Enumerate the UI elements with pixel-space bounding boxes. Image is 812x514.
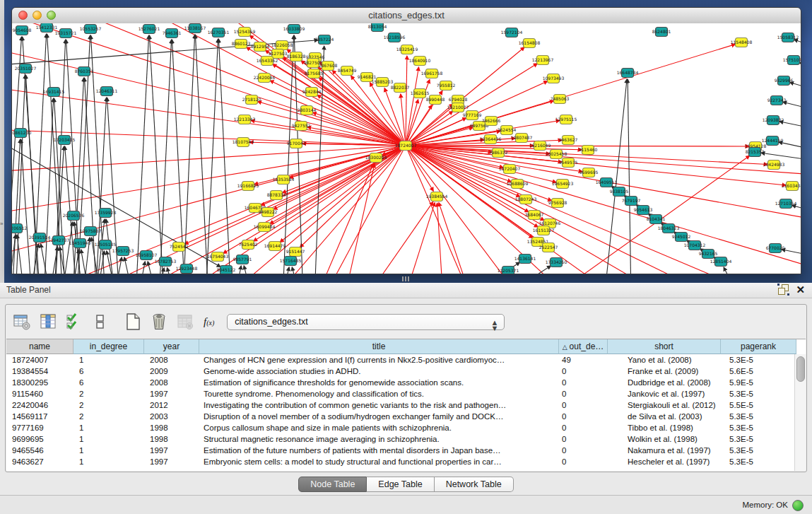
close-panel-icon[interactable]: ✕	[796, 284, 805, 295]
graph-node[interactable]: 12710354	[775, 199, 797, 209]
graph-node[interactable]: 10424983	[763, 160, 785, 170]
graph-node[interactable]: 10975887	[80, 227, 102, 236]
graph-node[interactable]: 22420046	[254, 74, 276, 83]
graph-node[interactable]: 16033809	[283, 25, 305, 34]
graph-node[interactable]: 25206512	[12, 224, 27, 233]
vertical-scrollbar[interactable]	[794, 354, 806, 471]
graph-node[interactable]: 11451940	[69, 239, 91, 248]
column-header-name[interactable]: name	[6, 339, 73, 354]
table-selector-dropdown[interactable]: citations_edges.txt ▲ ▼	[227, 314, 505, 330]
graph-node[interactable]: 8912954	[251, 42, 270, 52]
tab-network-table[interactable]: Network Table	[435, 477, 514, 492]
graph-node[interactable]: 12046311	[96, 87, 118, 96]
graph-node[interactable]: 18046323	[658, 224, 680, 233]
graph-node[interactable]: 8760351	[75, 67, 94, 76]
collapse-chevron-icon[interactable]: »	[0, 221, 3, 227]
graph-node[interactable]: 9756928	[548, 199, 567, 208]
graph-node[interactable]: 16154808	[519, 39, 541, 48]
graph-node[interactable]: 12851404	[710, 257, 732, 267]
column-header-year[interactable]: year	[144, 339, 199, 354]
graph-node[interactable]: 9463627	[559, 136, 578, 145]
table-body[interactable]: 1872400712008Changes of HCN gene express…	[6, 354, 806, 467]
graph-node[interactable]: 9699695	[579, 168, 599, 177]
graph-node[interactable]: 15751074	[783, 56, 801, 65]
graph-node[interactable]: 16270351	[208, 28, 230, 37]
graph-node[interactable]: 9857791	[233, 255, 252, 264]
graph-node[interactable]: 2803144	[298, 106, 317, 115]
graph-node[interactable]: 2718120	[242, 95, 261, 105]
graph-node[interactable]: 10861230	[12, 129, 31, 138]
table-row[interactable]: 946362711997Embryonic stem cells: a mode…	[6, 456, 806, 467]
table-row[interactable]: 1938455462009Genome-wide association stu…	[6, 366, 806, 377]
graph-node[interactable]: 9498222	[259, 208, 278, 217]
table-row[interactable]: 946554611997Estimation of the future num…	[6, 445, 806, 456]
graph-node[interactable]: 6770020	[766, 244, 785, 253]
graph-node[interactable]: 12942737	[48, 236, 70, 245]
graph-node[interactable]: 16782753	[155, 257, 177, 267]
graph-node[interactable]: 11603434	[782, 182, 801, 191]
select-all-checks-icon[interactable]	[64, 312, 84, 332]
graph-node[interactable]: 10025458	[546, 150, 567, 159]
graph-node[interactable]: 19654923	[552, 180, 574, 189]
split-divider-handle[interactable]	[402, 276, 409, 281]
deselect-all-icon[interactable]	[90, 312, 110, 332]
graph-node[interactable]: 3684067	[525, 211, 544, 220]
float-panel-icon[interactable]	[778, 284, 789, 295]
table-settings-icon[interactable]	[12, 312, 32, 332]
graph-node[interactable]: 17359928	[95, 209, 117, 218]
column-header-pagerank[interactable]: pagerank	[721, 339, 796, 354]
graph-node[interactable]: 16151327	[533, 226, 555, 235]
graph-node[interactable]: 3624554	[498, 126, 517, 135]
graph-node[interactable]: 18107544	[233, 138, 254, 147]
table-row[interactable]: 1456911722003Disruption of a novel membe…	[6, 411, 806, 422]
graph-node[interactable]: 12213967	[532, 56, 554, 65]
graph-node[interactable]: 8454749	[338, 66, 357, 76]
graph-node[interactable]: 11205371	[498, 267, 519, 275]
graph-node[interactable]: 11548408	[731, 38, 753, 47]
graph-node[interactable]: 15276021	[139, 25, 160, 34]
graph-node[interactable]: 7485063	[551, 95, 570, 104]
graph-node[interactable]: 2522547	[539, 243, 558, 252]
graph-node[interactable]: 9170043	[287, 139, 306, 148]
graph-node[interactable]: 9054608	[13, 26, 32, 35]
graph-node[interactable]: 12923448	[176, 264, 198, 274]
memory-ok-indicator[interactable]	[792, 500, 804, 511]
graph-node[interactable]: 18807243	[515, 195, 537, 204]
graph-node[interactable]: 17334260	[546, 258, 567, 267]
graph-node[interactable]: 7955812	[437, 81, 456, 90]
table-row[interactable]: 969969511998Structural magnetic resonanc…	[6, 433, 806, 445]
graph-node[interactable]: 8045122	[217, 266, 236, 275]
graph-node[interactable]: 9151447	[286, 247, 305, 257]
graph-node[interactable]: 15720407	[499, 165, 521, 174]
network-view-window[interactable]: citations_edges.txt 18724007886012389129…	[11, 7, 801, 274]
graph-node[interactable]: 15972104	[501, 28, 523, 37]
graph-node[interactable]: 16353584	[273, 175, 295, 185]
graph-node[interactable]: 9549575	[559, 158, 578, 168]
graph-node[interactable]: 15058312	[777, 33, 799, 42]
column-visibility-icon[interactable]	[38, 312, 58, 332]
table-panel-header[interactable]: Table Panel ✕	[0, 283, 812, 298]
table-header-row[interactable]: namein_degreeyeartitle△out_de…shortpager…	[6, 339, 806, 354]
tab-node-table[interactable]: Node Table	[298, 477, 367, 492]
delete-entries-trash-icon[interactable]	[149, 312, 169, 332]
graph-node[interactable]: 16648784	[617, 69, 639, 78]
table-row[interactable]: 911546021997Tourette syndrome. Phenomeno…	[6, 388, 806, 399]
graph-node[interactable]: 18640910	[409, 57, 431, 66]
column-header-in_degree[interactable]: in_degree	[73, 339, 144, 354]
graph-node[interactable]: 9115460	[579, 146, 598, 155]
graph-node[interactable]: 10688609	[507, 180, 529, 189]
graph-node[interactable]: 8990448	[426, 95, 445, 105]
graph-node[interactable]: 16543362	[257, 57, 278, 66]
graph-node[interactable]: 12213343	[234, 115, 256, 124]
graph-node[interactable]: 15716485	[280, 257, 302, 266]
new-table-icon[interactable]	[123, 312, 143, 332]
graph-node[interactable]: 16754043	[207, 252, 229, 262]
network-graph[interactable]: 1872400788601238912954182260589127503165…	[12, 23, 801, 274]
graph-node[interactable]: 8860123	[232, 40, 251, 49]
graph-node[interactable]: 8186328	[287, 52, 306, 62]
tab-edge-table[interactable]: Edge Table	[367, 477, 434, 492]
graph-node[interactable]: 19166825	[237, 182, 259, 191]
graph-node[interactable]: 20351027	[15, 64, 37, 74]
graph-node[interactable]: 17957253	[112, 247, 134, 256]
graph-node[interactable]: 2867608	[319, 62, 338, 71]
